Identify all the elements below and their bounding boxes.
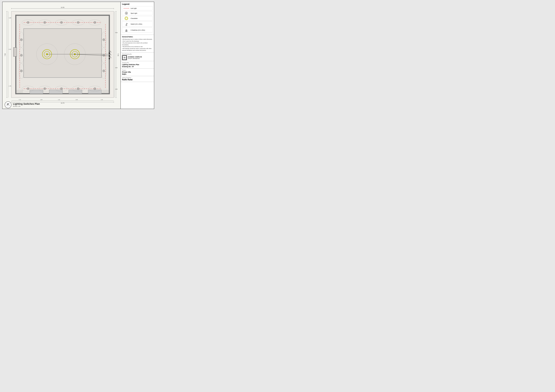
svg-rect-41 <box>24 29 102 78</box>
designer-label: Interior Designer: <box>122 77 153 78</box>
drawing-number: 07 <box>7 103 9 105</box>
svg-rect-43 <box>49 90 63 94</box>
svg-rect-44 <box>69 90 82 94</box>
chandelier-symbol <box>123 17 130 20</box>
drawing-title-section: Drawing title: Lighting Switches Plan Dr… <box>121 61 154 69</box>
company-logo-icon: A <box>122 55 127 60</box>
legend-section: Legend: Led Light Spot Light <box>121 2 154 35</box>
note-3: • Any discrepancies to be noted to the a… <box>122 42 153 46</box>
designer-section: Interior Designer: Rafik Rafat <box>121 76 154 82</box>
notes-text: • All dimensions are in meters (Unless n… <box>122 38 153 51</box>
legend-item-chandelier: Chandelier <box>122 16 153 21</box>
led-light-icon <box>124 8 129 8</box>
drawing-number-circle: 07 P-GF-LSP <box>5 102 11 108</box>
svg-text:4.15: 4.15 <box>9 49 11 50</box>
switch2-label: 2-Switches (H=1.20m) <box>131 29 145 31</box>
drawing-title-line1: Lighting Switches Plan <box>122 64 153 65</box>
chandelier-icon <box>125 17 128 20</box>
shop-section: Shop Drawing By: A AHMED OMRAN SHOP DRAW… <box>121 52 154 61</box>
switch2-symbol <box>123 28 130 32</box>
drawing-title-line2: Drawing No : 07 <box>122 65 153 68</box>
project-label: Project : <box>122 70 153 71</box>
note-2: • Don't scale from the drawings. <box>122 40 153 42</box>
right-panel: Legend: Led Light Spot Light <box>120 2 154 109</box>
spot-symbol <box>123 12 130 15</box>
project-section: Project : Private Villa Majlis <box>121 69 154 76</box>
svg-text:2.10: 2.10 <box>19 99 21 100</box>
drawing-title-label: Drawing title: <box>122 62 153 63</box>
svg-text:A: A <box>124 56 125 59</box>
switch2-icon <box>124 28 128 32</box>
legend-item-spot: Spot Light <box>122 11 153 15</box>
note-5: • All Drawings should be read in conjunc… <box>122 48 153 51</box>
svg-point-151 <box>125 31 126 32</box>
svg-text:1.01: 1.01 <box>58 99 60 100</box>
drawing-area: 10.55 10.70 7.65 7.55 4.00 <box>2 2 120 109</box>
designer-name: Rafik Rafat <box>122 79 153 81</box>
svg-text:2.05: 2.05 <box>115 88 117 90</box>
legend-item-switch: Switch (H=1.20m) <box>122 22 153 27</box>
svg-point-145 <box>109 58 110 59</box>
svg-text:7.55: 7.55 <box>117 53 119 56</box>
company-sub: SHOP DRAWING <box>128 58 142 59</box>
note-1: • All dimensions are in meters (Unless n… <box>122 38 153 40</box>
svg-text:2.88: 2.88 <box>75 99 78 100</box>
legend-title: Legend: <box>122 3 153 5</box>
svg-text:4.00: 4.00 <box>115 32 117 33</box>
svg-text:1.83: 1.83 <box>101 99 103 100</box>
svg-text:1.76: 1.76 <box>9 85 11 87</box>
svg-text:10.55: 10.55 <box>61 7 64 8</box>
svg-point-153 <box>126 31 127 32</box>
drawing-number-box: 07 P-GF-LSP Lighting Switches Plan SCALE… <box>5 102 40 108</box>
legend-item-led: Led Light <box>122 6 153 10</box>
svg-text:1.64: 1.64 <box>9 17 11 19</box>
drawing-title-block: Lighting Switches Plan SCALE 1:20 <box>13 102 40 107</box>
project-line1: Private Villa <box>122 71 153 73</box>
floor-plan-svg: 10.55 10.70 7.65 7.55 4.00 <box>2 2 120 109</box>
ahmed-omran-logo-svg: A <box>122 56 127 60</box>
svg-text:2.88: 2.88 <box>40 99 43 100</box>
svg-text:3.55: 3.55 <box>115 67 117 68</box>
note-4: • All dimensions to be checked on site. <box>122 46 153 48</box>
company-name-block: AHMED OMRAN SHOP DRAWING <box>128 56 142 59</box>
spot-label: Spot Light <box>131 12 137 14</box>
svg-text:7.65: 7.65 <box>4 53 6 56</box>
svg-text:10.70: 10.70 <box>61 102 64 104</box>
svg-rect-42 <box>30 90 43 94</box>
svg-rect-40 <box>13 48 17 56</box>
page: 10.55 10.70 7.65 7.55 4.00 <box>2 2 154 109</box>
legend-item-switch2: 2-Switches (H=1.20m) <box>122 28 153 33</box>
project-line2: Majlis <box>122 73 153 75</box>
svg-point-149 <box>126 25 127 26</box>
company-name: AHMED OMRAN <box>128 56 142 58</box>
notes-title: General Notes: <box>122 36 153 38</box>
spot-inner-circle <box>126 13 127 14</box>
svg-rect-45 <box>88 90 102 94</box>
spot-light-icon <box>125 12 128 15</box>
chandelier-inner-icon <box>125 17 127 19</box>
drawing-code: P-GF-LSP <box>6 105 10 106</box>
led-label: Led Light <box>131 7 137 9</box>
shop-logo: A AHMED OMRAN SHOP DRAWING <box>122 55 153 60</box>
svg-rect-47 <box>16 90 23 94</box>
switch-icon <box>124 22 128 26</box>
svg-rect-48 <box>102 90 109 94</box>
led-symbol <box>123 8 130 8</box>
notes-section: General Notes: • All dimensions are in m… <box>121 35 154 52</box>
shop-drawing-label: Shop Drawing By: <box>122 53 153 55</box>
drawing-title: Lighting Switches Plan <box>13 102 40 105</box>
switch-label: Switch (H=1.20m) <box>131 23 142 25</box>
chandelier-label: Chandelier <box>131 18 138 19</box>
drawing-scale: SCALE 1:20 <box>13 106 40 107</box>
switch-symbol <box>123 22 130 26</box>
